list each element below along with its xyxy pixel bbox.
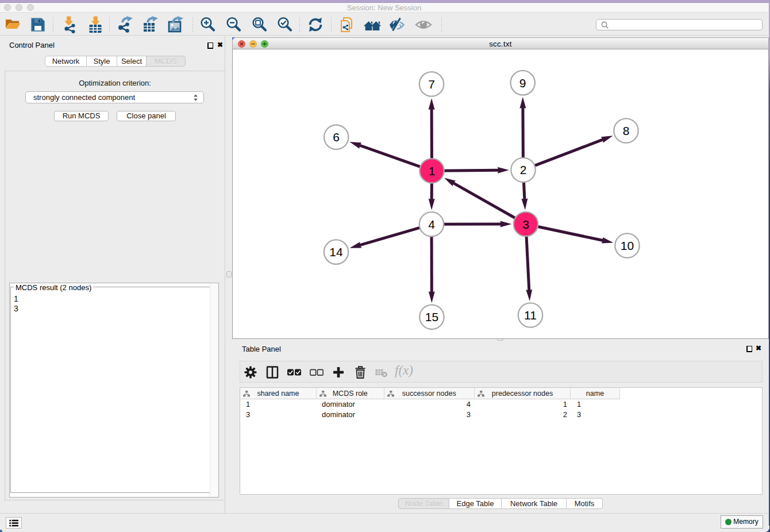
svg-text:3: 3 — [522, 218, 529, 231]
svg-text:2: 2 — [520, 163, 527, 176]
svg-text:8: 8 — [623, 124, 630, 137]
svg-text:7: 7 — [428, 78, 435, 91]
svg-text:4: 4 — [428, 218, 435, 231]
svg-text:11: 11 — [524, 309, 537, 322]
svg-text:15: 15 — [425, 310, 438, 323]
svg-text:1: 1 — [429, 164, 436, 178]
svg-text:9: 9 — [519, 76, 526, 90]
svg-text:6: 6 — [333, 130, 340, 144]
svg-text:14: 14 — [329, 245, 343, 259]
svg-text:10: 10 — [621, 239, 634, 252]
